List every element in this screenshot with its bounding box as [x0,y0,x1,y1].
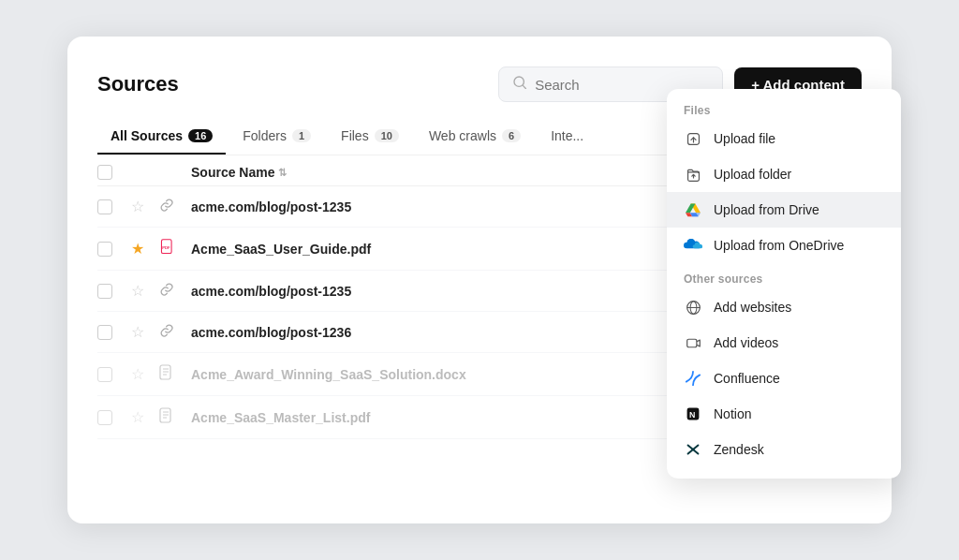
dropdown-section-other-label: Other sources [667,269,901,289]
upload-onedrive-label: Upload from OneDrive [714,238,844,253]
dropdown-item-zendesk[interactable]: Zendesk [667,432,901,467]
star-icon[interactable]: ☆ [131,283,144,299]
tab-badge-files: 10 [375,129,399,142]
doc-icon [159,412,174,427]
confluence-label: Confluence [714,371,780,386]
notion-label: Notion [714,406,751,421]
zendesk-icon [684,440,702,459]
doc-icon [159,369,174,384]
row-checkbox-col [97,410,131,425]
folder-up-icon [684,165,702,184]
row-star-col: ☆ [131,408,159,426]
dropdown-item-upload-drive[interactable]: Upload from Drive [667,192,901,228]
link-icon [159,199,174,215]
svg-rect-22 [686,339,696,347]
zendesk-label: Zendesk [714,442,764,457]
row-checkbox[interactable] [97,367,112,382]
notion-icon: N [684,405,702,423]
star-icon[interactable]: ★ [131,241,144,257]
row-name: acme.com/blog/post-1235 [191,284,721,299]
select-all-checkbox[interactable] [97,165,112,180]
star-icon[interactable]: ☆ [131,409,144,425]
row-checkbox-col [97,325,131,340]
dropdown-item-confluence[interactable]: Confluence [667,361,901,396]
row-name: acme.com/blog/post-1235 [191,199,721,214]
star-icon[interactable]: ☆ [131,199,144,214]
row-star-col: ☆ [131,323,159,341]
row-icon-col [159,364,191,384]
link-icon [159,284,174,300]
row-checkbox[interactable] [97,199,112,214]
tab-label: Inte... [551,128,583,143]
dropdown-section-files-label: Files [667,100,901,121]
tab-badge-webcrawls: 6 [502,129,521,142]
link-icon [159,325,174,341]
row-name: Acme_Award_Winning_SaaS_Solution.docx [191,367,721,382]
tab-all-sources[interactable]: All Sources 16 [97,121,226,155]
sort-name-icon[interactable]: ⇅ [278,167,287,179]
svg-text:N: N [689,410,695,420]
row-icon-col [159,198,191,215]
tab-label: Web crawls [429,128,496,143]
row-star-col: ☆ [131,198,159,215]
file-up-icon [684,129,702,148]
row-checkbox[interactable] [97,284,112,299]
row-checkbox-col [97,199,131,214]
tab-label: All Sources [111,128,183,143]
page-title: Sources [97,72,179,96]
upload-file-label: Upload file [714,131,775,146]
row-icon-col [159,407,191,427]
tab-files[interactable]: Files 10 [328,121,412,155]
header-checkbox-col [97,165,131,180]
onedrive-icon [684,236,702,255]
upload-folder-label: Upload folder [714,167,791,182]
star-icon[interactable]: ☆ [131,366,144,382]
dropdown-item-notion[interactable]: N Notion [667,396,901,432]
upload-drive-label: Upload from Drive [714,202,819,217]
svg-text:PDF: PDF [162,245,170,250]
row-name: Acme_SaaS_Master_List.pdf [191,410,721,425]
header-name-col: Source Name ⇅ [191,165,721,180]
add-websites-label: Add websites [714,300,791,315]
confluence-icon [684,369,702,388]
row-name: acme.com/blog/post-1236 [191,325,721,340]
video-icon [684,333,702,352]
add-content-dropdown: Files Upload file Upload folder [667,89,901,479]
google-drive-icon [684,200,702,219]
star-icon[interactable]: ☆ [131,324,144,340]
dropdown-item-upload-folder[interactable]: Upload folder [667,156,901,192]
dropdown-item-upload-onedrive[interactable]: Upload from OneDrive [667,228,901,263]
tab-folders[interactable]: Folders 1 [229,121,324,155]
tab-badge-all: 16 [188,129,213,142]
row-checkbox[interactable] [97,410,112,425]
dropdown-item-upload-file[interactable]: Upload file [667,121,901,156]
row-checkbox-col [97,284,131,299]
row-star-col: ☆ [131,365,159,383]
tab-webcrawls[interactable]: Web crawls 6 [416,121,534,155]
row-star-col: ☆ [131,282,159,300]
dropdown-item-add-videos[interactable]: Add videos [667,325,901,361]
row-checkbox[interactable] [97,242,112,257]
dropdown-item-add-websites[interactable]: Add websites [667,289,901,325]
main-card: Sources + Add content All Sources 16 Fol… [67,37,892,523]
tab-label: Files [341,128,369,143]
svg-point-0 [514,77,524,86]
row-checkbox-col [97,367,131,382]
row-star-col: ★ [131,240,159,258]
tab-label: Folders [243,128,287,143]
svg-line-1 [524,85,526,88]
globe-icon [684,298,702,317]
tab-integrations[interactable]: Inte... [538,121,597,155]
pdf-icon: PDF [159,244,176,258]
row-checkbox[interactable] [97,325,112,340]
search-icon [512,75,527,94]
row-icon-col: PDF [159,239,191,258]
row-name: Acme_SaaS_User_Guide.pdf [191,242,721,257]
tab-badge-folders: 1 [292,129,311,142]
row-checkbox-col [97,242,131,257]
row-icon-col [159,323,191,341]
add-videos-label: Add videos [714,335,778,350]
row-icon-col [159,282,191,300]
